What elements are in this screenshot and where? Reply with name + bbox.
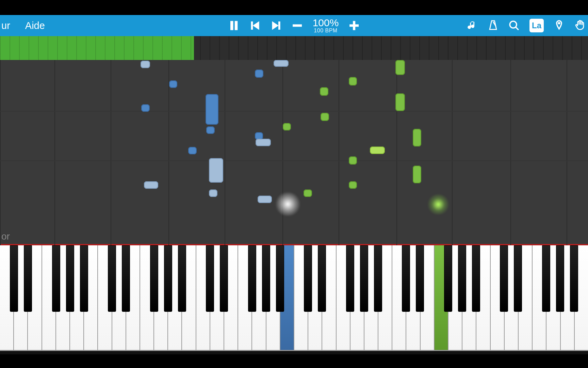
- black-key[interactable]: [276, 245, 284, 312]
- black-key[interactable]: [360, 245, 368, 312]
- svg-rect-4: [279, 22, 280, 30]
- black-key[interactable]: [514, 245, 522, 312]
- skip-back-icon: [249, 20, 261, 31]
- falling-note: [321, 113, 329, 121]
- black-key[interactable]: [206, 245, 214, 312]
- note-labels-button[interactable]: La: [529, 19, 544, 32]
- bookmark-button[interactable]: [553, 20, 565, 31]
- black-key[interactable]: [24, 245, 32, 312]
- falling-note: [209, 158, 223, 183]
- grid-vline: [0, 60, 1, 245]
- falling-note: [188, 147, 197, 154]
- falling-note: [256, 139, 271, 146]
- grid-vline: [168, 60, 169, 245]
- svg-rect-1: [235, 21, 237, 30]
- grid-vline: [510, 60, 511, 245]
- black-key[interactable]: [542, 245, 550, 312]
- right-controls: La: [466, 19, 588, 32]
- grid-vline: [396, 60, 397, 245]
- falling-note: [209, 189, 217, 197]
- menu-item-partial[interactable]: ur: [0, 16, 18, 35]
- black-key[interactable]: [500, 245, 508, 312]
- keyboard-bottom-strip: [0, 351, 588, 354]
- black-key[interactable]: [150, 245, 158, 312]
- zoom-button[interactable]: [508, 20, 520, 31]
- svg-point-12: [558, 22, 560, 24]
- svg-point-10: [510, 21, 517, 28]
- falling-note: [283, 123, 291, 131]
- music-note-button[interactable]: [466, 20, 478, 31]
- svg-rect-2: [251, 22, 252, 30]
- black-key[interactable]: [108, 245, 116, 312]
- falling-note: [413, 166, 421, 183]
- black-key[interactable]: [10, 245, 18, 312]
- tempo-display[interactable]: 100% 100 BPM: [313, 18, 339, 33]
- black-key[interactable]: [164, 245, 172, 312]
- black-key[interactable]: [570, 245, 578, 312]
- black-key[interactable]: [66, 245, 74, 312]
- plus-icon: [348, 20, 360, 31]
- black-key[interactable]: [556, 245, 564, 312]
- falling-note: [304, 189, 312, 197]
- tempo-plus-button[interactable]: [348, 20, 360, 31]
- progress-bar[interactable]: [0, 36, 588, 60]
- falling-note: [141, 104, 150, 112]
- piano-keyboard[interactable]: [0, 245, 588, 351]
- svg-rect-0: [231, 21, 233, 30]
- black-key[interactable]: [52, 245, 60, 312]
- black-key[interactable]: [472, 245, 480, 312]
- pause-button[interactable]: [228, 20, 240, 31]
- black-key[interactable]: [220, 245, 228, 312]
- black-key[interactable]: [346, 245, 354, 312]
- hand-icon: [574, 20, 586, 31]
- black-key[interactable]: [122, 245, 130, 312]
- black-key[interactable]: [444, 245, 452, 312]
- hands-button[interactable]: [574, 20, 586, 31]
- falling-note: [274, 60, 289, 67]
- falling-note: [395, 60, 405, 75]
- minus-icon: [292, 20, 303, 31]
- grid-hline: [0, 111, 588, 112]
- black-key[interactable]: [458, 245, 466, 312]
- menu-item-help[interactable]: Aide: [18, 16, 52, 35]
- falling-note: [349, 181, 357, 189]
- falling-note: [206, 126, 215, 134]
- falling-note: [395, 93, 405, 111]
- next-button[interactable]: [271, 20, 282, 31]
- music-note-icon: [466, 20, 478, 31]
- black-key[interactable]: [178, 245, 186, 312]
- prev-button[interactable]: [249, 20, 261, 31]
- falling-note: [349, 77, 357, 86]
- black-key[interactable]: [248, 245, 256, 312]
- grid-hline: [0, 160, 588, 161]
- grid-vline: [225, 60, 225, 245]
- black-key[interactable]: [80, 245, 88, 312]
- svg-line-11: [516, 27, 519, 30]
- skip-forward-icon: [271, 20, 282, 31]
- svg-rect-6: [293, 25, 302, 27]
- notefall-area[interactable]: or: [0, 60, 588, 245]
- grid-vline: [452, 60, 453, 245]
- black-key[interactable]: [402, 245, 410, 312]
- menu-left: ur Aide: [0, 16, 52, 35]
- black-key[interactable]: [262, 245, 270, 312]
- falling-note: [169, 80, 177, 88]
- falling-note: [258, 196, 272, 203]
- metronome-icon: [487, 20, 499, 31]
- svg-marker-3: [253, 22, 259, 30]
- grid-vline: [111, 60, 111, 245]
- grid-vline: [54, 60, 55, 245]
- falling-note: [206, 94, 218, 125]
- tempo-bpm: 100 BPM: [313, 28, 339, 33]
- black-key[interactable]: [318, 245, 326, 312]
- tempo-minus-button[interactable]: [292, 20, 303, 31]
- pause-icon: [228, 20, 240, 31]
- falling-note: [413, 129, 421, 147]
- metronome-button[interactable]: [487, 20, 499, 31]
- grid-vline: [282, 60, 283, 245]
- black-key[interactable]: [416, 245, 424, 312]
- black-key[interactable]: [374, 245, 382, 312]
- black-key[interactable]: [304, 245, 312, 312]
- search-icon: [508, 20, 520, 31]
- falling-note: [370, 147, 385, 154]
